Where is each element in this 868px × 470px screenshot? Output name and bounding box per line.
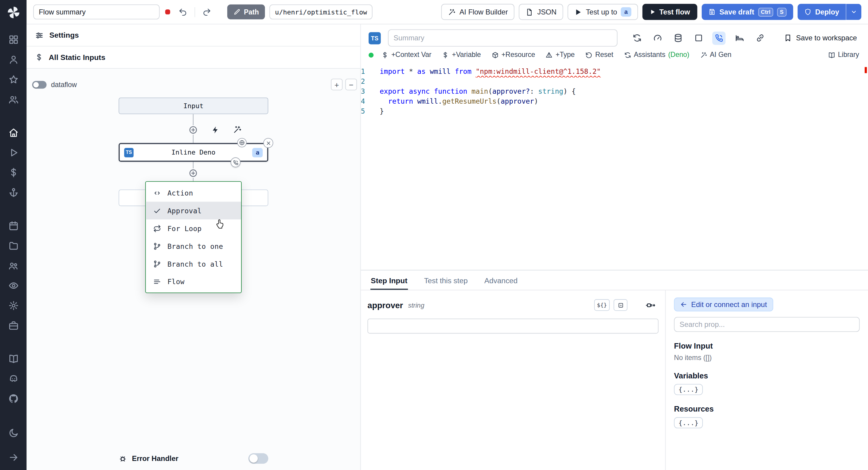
- sidebar-item-members[interactable]: [5, 94, 22, 105]
- database-icon: [673, 33, 683, 42]
- test-up-to-button[interactable]: Test up to a: [567, 4, 638, 20]
- group-icon: [8, 260, 19, 271]
- tab-advanced[interactable]: Advanced: [484, 270, 518, 289]
- windmill-logo-icon[interactable]: [6, 5, 20, 19]
- path-input[interactable]: [270, 4, 373, 20]
- sync-icon-button[interactable]: [630, 31, 644, 44]
- sidebar-item-variables[interactable]: [5, 167, 22, 178]
- sidebar-item-folders[interactable]: [5, 240, 22, 251]
- reset-default-button[interactable]: [614, 299, 627, 311]
- sidebar-item-home[interactable]: [5, 127, 22, 138]
- resources-expand-button[interactable]: {...}: [674, 417, 703, 429]
- tab-test-this-step[interactable]: Test this step: [424, 270, 468, 289]
- toolbar-type-button[interactable]: +Type: [545, 50, 576, 60]
- insert-menu-item-branch-to-one[interactable]: Branch to one: [146, 237, 241, 255]
- expression-button[interactable]: ${}: [594, 299, 610, 311]
- json-button[interactable]: JSON: [519, 4, 563, 20]
- zoom-controls: + −: [331, 79, 357, 90]
- step-node-inline-deno[interactable]: TS Inline Deno a: [119, 143, 269, 162]
- code-editor[interactable]: 1import * as wmill from "npm:windmill-cl…: [361, 64, 868, 270]
- sidebar-item-groups[interactable]: [5, 260, 22, 271]
- phone-icon-button[interactable]: [712, 31, 725, 44]
- windmill-flow-builder-window: Path AI Flow Builder JSON Test up to a T…: [0, 0, 868, 470]
- connect-node-button[interactable]: [237, 138, 247, 147]
- undo-button[interactable]: [176, 5, 190, 19]
- code-token: as: [417, 67, 426, 75]
- sidebar-item-github[interactable]: [5, 393, 22, 404]
- toolbar-resource-button[interactable]: +Resource: [490, 50, 536, 60]
- save-draft-button[interactable]: Save draft Ctrl S: [702, 4, 793, 20]
- toolbar-reset-button[interactable]: Reset: [584, 50, 615, 60]
- trigger-bolt-button[interactable]: [211, 126, 220, 134]
- code-line: 4 return wmill.getResumeUrls(approver): [361, 96, 868, 106]
- variables-expand-button[interactable]: {...}: [674, 384, 703, 395]
- edit-or-connect-button[interactable]: Edit or connect an input: [674, 298, 773, 312]
- path-button-label: Path: [244, 8, 259, 16]
- insert-step-below-button[interactable]: [188, 168, 198, 178]
- deploy-dropdown-button[interactable]: [846, 4, 861, 20]
- library-button[interactable]: Library: [827, 50, 861, 60]
- database-icon-button[interactable]: [671, 31, 684, 44]
- field-name: approver: [367, 301, 403, 310]
- toolbar-ai-gen-button[interactable]: AI Gen: [699, 50, 733, 60]
- insert-menu-item-approval[interactable]: Approval: [146, 201, 241, 219]
- search-prop-input[interactable]: [674, 317, 860, 332]
- toolbar-variable-button[interactable]: +Variable: [441, 50, 482, 60]
- dataflow-toggle[interactable]: [32, 81, 47, 89]
- link-icon: [755, 33, 765, 42]
- zoom-out-button[interactable]: −: [345, 79, 357, 90]
- input-node[interactable]: Input: [119, 98, 269, 114]
- sidebar-item-user[interactable]: [5, 54, 22, 65]
- sidebar-item-workers[interactable]: [5, 320, 22, 331]
- settings-row[interactable]: Settings: [27, 24, 360, 47]
- tab-step-input[interactable]: Step Input: [370, 270, 408, 289]
- deploy-button[interactable]: Deploy: [798, 4, 846, 20]
- test-flow-button[interactable]: Test flow: [642, 4, 698, 20]
- summary-input[interactable]: [388, 29, 617, 46]
- ai-generate-step-button[interactable]: [233, 125, 241, 134]
- redo-button[interactable]: [199, 5, 214, 19]
- sidebar-item-runs[interactable]: [5, 147, 22, 158]
- insert-menu-item-flow[interactable]: Flow: [146, 273, 241, 290]
- sidebar-item-schedules[interactable]: [5, 220, 22, 231]
- calendar-icon: [8, 220, 19, 231]
- flow-summary-input[interactable]: [33, 4, 159, 20]
- sidebar-item-audit-logs[interactable]: [5, 280, 22, 291]
- error-handler-toggle[interactable]: [248, 453, 268, 464]
- menu-item-label: Flow: [167, 277, 184, 286]
- insert-menu-item-branch-to-all[interactable]: Branch to all: [146, 255, 241, 273]
- insert-menu-item-action[interactable]: Action: [146, 184, 241, 202]
- path-button[interactable]: Path: [227, 4, 265, 20]
- static-inputs-row[interactable]: All Static Inputs: [27, 46, 360, 69]
- ai-flow-builder-button[interactable]: AI Flow Builder: [441, 4, 515, 20]
- approver-value-input[interactable]: [367, 318, 658, 334]
- sidebar-item-discord[interactable]: [5, 373, 22, 384]
- toolbar-label: +Resource: [501, 51, 535, 59]
- sidebar-item-collapse[interactable]: [5, 451, 22, 463]
- code-token: [471, 67, 475, 75]
- insert-step-button[interactable]: [188, 125, 198, 135]
- zoom-in-button[interactable]: +: [331, 79, 343, 90]
- sidebar-item-docs[interactable]: [5, 353, 22, 364]
- sidebar-item-apps[interactable]: [5, 34, 22, 45]
- variables-title: Variables: [674, 371, 860, 380]
- gauge-icon-button[interactable]: [651, 31, 664, 44]
- sidebar-item-settings[interactable]: [5, 300, 22, 311]
- connect-input-button[interactable]: [644, 300, 658, 311]
- bed-icon-button[interactable]: [733, 31, 746, 44]
- link-icon-button[interactable]: [753, 31, 767, 44]
- insert-menu-item-for-loop[interactable]: For Loop: [146, 219, 241, 237]
- square-icon: [617, 302, 624, 308]
- home-icon: [8, 127, 19, 138]
- toolbar-assistants-button[interactable]: Assistants(Deno): [623, 50, 690, 60]
- square-icon-button[interactable]: [692, 31, 705, 44]
- sidebar-item-favorites[interactable]: [5, 74, 22, 85]
- sidebar-item-resources[interactable]: [5, 187, 22, 198]
- check-icon: [153, 207, 161, 215]
- save-to-workspace-button[interactable]: Save to workspace: [781, 33, 861, 42]
- undo-icon: [179, 7, 187, 16]
- flow-input-empty: No items ([]): [674, 354, 860, 362]
- remove-node-button[interactable]: [264, 138, 273, 148]
- toolbar-context-var-button[interactable]: +Context Var: [380, 50, 433, 60]
- sidebar-item-theme[interactable]: [5, 427, 22, 438]
